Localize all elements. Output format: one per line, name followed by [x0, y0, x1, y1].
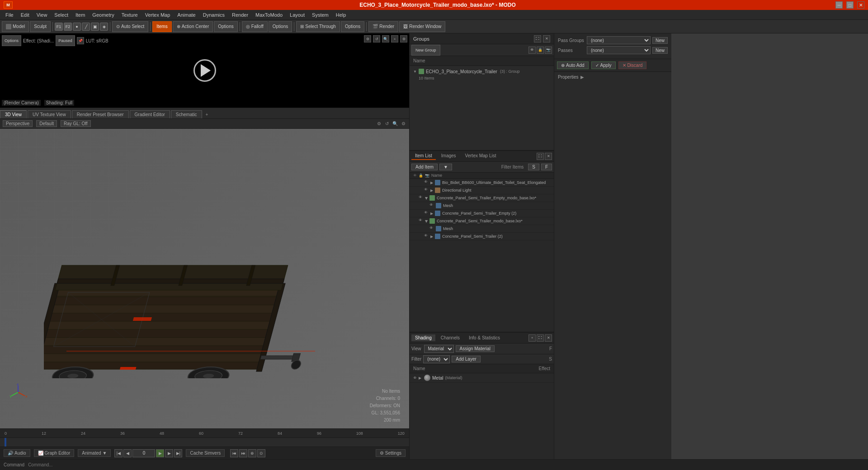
items-button[interactable]: Items — [152, 21, 171, 32]
f2-key[interactable]: F2 — [64, 23, 72, 31]
ray-gl-btn[interactable]: Ray GL: Off — [61, 120, 91, 127]
model-button[interactable]: Model — [2, 21, 29, 32]
perspective-btn[interactable]: Perspective — [3, 120, 33, 127]
item-row-5[interactable]: 👁 ▶ Concrete_Panel_Semi_Trailer_modo_bas… — [410, 217, 554, 225]
menu-view[interactable]: View — [33, 11, 51, 19]
vp-ctrl-1[interactable]: ⚙ — [376, 121, 382, 127]
default-btn[interactable]: Default — [36, 120, 57, 127]
skip-end-button[interactable]: ▶| — [174, 449, 182, 457]
vp-ctrl-3[interactable]: 🔍 — [392, 121, 398, 127]
audio-button[interactable]: 🔊 Audio — [4, 449, 30, 457]
tab-gradient-editor[interactable]: Gradient Editor — [130, 110, 170, 118]
scene-3d[interactable]: X Y Z No Items Channels: 0 Deformers: ON… — [0, 129, 409, 428]
shading-expand-icon[interactable]: ⛶ — [537, 334, 544, 342]
tab-schematic[interactable]: Schematic — [171, 110, 202, 118]
menu-edit[interactable]: Edit — [17, 11, 33, 19]
item-row-6[interactable]: 👁 Mesh — [410, 225, 554, 233]
tab-3d-view[interactable]: 3D View — [0, 110, 27, 118]
item-row-3[interactable]: 👁 Mesh — [410, 202, 554, 210]
groups-render-icon[interactable]: 📷 — [545, 47, 552, 54]
item-row-2[interactable]: 👁 ▶ Concrete_Panel_Semi_Trailer_Empty_mo… — [410, 194, 554, 202]
preview-pin-icon[interactable]: 📌 — [77, 37, 84, 44]
close-button[interactable]: ✕ — [857, 1, 864, 9]
tab-uv-texture[interactable]: UV Texture View — [28, 110, 71, 118]
poly-mode-icon[interactable]: ▣ — [91, 23, 99, 31]
command-input[interactable] — [28, 462, 864, 467]
groups-content[interactable]: ▼ ECHO_3_Place_Motorcycle_Trailer (3) : … — [410, 66, 554, 150]
filter-f-btn[interactable]: F — [541, 164, 552, 170]
add-item-dropdown[interactable]: ▼ — [439, 164, 452, 170]
new-group-button[interactable]: New Group — [411, 45, 440, 56]
cache-simulations-button[interactable]: Cache Simvers — [186, 449, 225, 457]
shading-s-btn[interactable]: S — [549, 357, 552, 362]
shading-content[interactable]: 👁 ▶ Metal (Material) — [410, 373, 554, 459]
menu-item[interactable]: Item — [72, 11, 89, 19]
paused-btn[interactable]: Paused — [56, 35, 75, 46]
preview-icon-4[interactable]: + — [391, 35, 398, 42]
shading-f-btn[interactable]: F — [549, 346, 552, 351]
apply-button[interactable]: ✓ Apply — [591, 61, 616, 69]
groups-close-icon[interactable]: ✕ — [543, 35, 550, 42]
sculpt-button[interactable]: Sculpt — [30, 21, 51, 32]
shading-add-icon[interactable]: + — [528, 334, 536, 342]
auto-add-button[interactable]: ⊕ Auto Add — [557, 61, 589, 69]
falloff-options-button[interactable]: Options — [269, 21, 292, 32]
maximize-button[interactable]: □ — [846, 1, 854, 9]
filter-select[interactable]: (none) — [423, 355, 450, 363]
item-list-expand-icon[interactable]: ⛶ — [537, 153, 544, 160]
tab-channels[interactable]: Channels — [437, 334, 463, 341]
extra-ctrl-2[interactable]: ⏭ — [239, 449, 247, 457]
item-row-0[interactable]: 👁 ▶ Bio_Bidet_BB600_Ultimate_Bidet_Toile… — [410, 179, 554, 187]
next-frame-button[interactable]: ▶ — [165, 449, 173, 457]
minimize-button[interactable]: ─ — [835, 1, 843, 9]
item-list-content[interactable]: 👁 ▶ Bio_Bidet_BB600_Ultimate_Bidet_Toile… — [410, 179, 554, 332]
preview-icon-1[interactable]: ⚙ — [364, 35, 371, 42]
options-btn-preview[interactable]: Options — [2, 35, 21, 46]
menu-animate[interactable]: Animate — [174, 11, 199, 19]
action-center-button[interactable]: ⊕ Action Center — [173, 21, 213, 32]
auto-select-button[interactable]: ⊙ Auto Select — [112, 21, 148, 32]
edge-mode-icon[interactable]: ╱ — [82, 23, 90, 31]
viewport-3d[interactable]: Perspective Default Ray GL: Off ⚙ ↺ 🔍 ⚙ — [0, 119, 409, 428]
menu-maxtomodo[interactable]: MaxToModo — [252, 11, 286, 19]
tab-images[interactable]: Images — [438, 152, 460, 160]
select-through-button[interactable]: ⊞ Select Through — [296, 21, 340, 32]
view-select[interactable]: Material — [424, 345, 454, 353]
preview-icon-5[interactable]: ⚙ — [400, 35, 407, 42]
menu-help[interactable]: Help — [332, 11, 350, 19]
shading-row-0[interactable]: 👁 ▶ Metal (Material) — [410, 373, 554, 383]
tab-shading[interactable]: Shading — [411, 334, 435, 341]
tab-vertex-map[interactable]: Vertex Map List — [462, 152, 500, 160]
menu-system[interactable]: System — [308, 11, 332, 19]
menu-layout[interactable]: Layout — [286, 11, 308, 19]
graph-editor-button[interactable]: 📈 Graph Editor — [34, 449, 75, 457]
tab-item-list[interactable]: Item List — [411, 152, 436, 160]
menu-texture[interactable]: Texture — [118, 11, 142, 19]
play-button[interactable] — [193, 59, 216, 82]
group-item-main[interactable]: ▼ ECHO_3_Place_Motorcycle_Trailer (3) : … — [410, 68, 554, 75]
groups-eye-icon[interactable]: 👁 — [528, 47, 536, 54]
extra-ctrl-1[interactable]: ⏮ — [230, 449, 238, 457]
menu-vertex-map[interactable]: Vertex Map — [142, 11, 174, 19]
f1-key[interactable]: F1 — [55, 23, 63, 31]
render-window-button[interactable]: 🖼 Render Window — [399, 21, 445, 32]
item-row-7[interactable]: 👁 ▶ Concrete_Panel_Semi_Trailer (2) — [410, 233, 554, 240]
discard-button[interactable]: ✕ Discard — [618, 61, 647, 69]
tab-render-preset[interactable]: Render Preset Browser — [72, 110, 129, 118]
menu-file[interactable]: File — [2, 11, 17, 19]
falloff-button[interactable]: ◎ Falloff — [242, 21, 268, 32]
shading-close-icon[interactable]: ✕ — [545, 334, 552, 342]
st-options-button[interactable]: Options — [341, 21, 364, 32]
item-mode-icon[interactable]: ◈ — [100, 23, 108, 31]
preview-icon-2[interactable]: ↺ — [373, 35, 380, 42]
groups-expand-icon[interactable]: ⛶ — [534, 35, 541, 42]
system-menu[interactable]: M — [4, 1, 13, 9]
menu-geometry[interactable]: Geometry — [89, 11, 118, 19]
extra-ctrl-4[interactable]: ⊙ — [257, 449, 265, 457]
tab-info-statistics[interactable]: Info & Statistics — [465, 334, 504, 341]
passes-select[interactable]: (none) — [587, 46, 651, 54]
item-row-1[interactable]: 👁 ▶ Directional Light — [410, 187, 554, 194]
item-row-4[interactable]: 👁 ▶ Concrete_Panel_Semi_Trailer_Empty (2… — [410, 210, 554, 217]
frame-input[interactable] — [132, 449, 155, 457]
animated-button[interactable]: Animated ▼ — [78, 449, 111, 457]
